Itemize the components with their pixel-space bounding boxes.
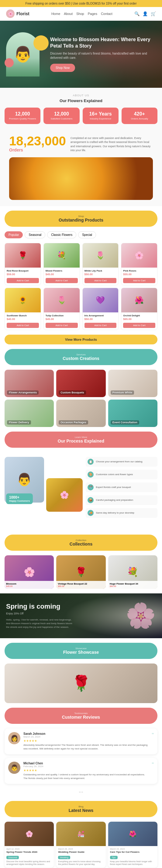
spring-section: 🌸 Spring is coming Enjoy 20% Off Hello, …	[0, 593, 162, 638]
hero-decoration-circle-yellow	[33, 35, 49, 51]
hero-person: 👨	[6, 32, 46, 76]
filter-tab-popular[interactable]: Popular	[5, 231, 23, 238]
navbar-icons: 🔍 👤 🛒	[134, 11, 156, 16]
custom-creations-label: Services	[9, 353, 153, 356]
product-price-4: $40.00	[7, 317, 39, 321]
category-label-1: Custom Bouquets	[59, 391, 86, 395]
reviewer-name-1: Michael Chen	[24, 762, 149, 765]
reviewer-date-1: February 28, 2024	[24, 765, 149, 768]
product-info-1: Mixed Flowers $45.00 Add to Cart	[44, 268, 80, 285]
add-to-cart-5[interactable]: Add to Cart	[46, 323, 78, 328]
category-bg-2: Premium White	[108, 370, 157, 397]
news-card-2[interactable]: 🌺 March 15, 2024 Care Tips for Cut Flowe…	[108, 822, 157, 868]
step-icon-4: 🚚	[87, 510, 94, 516]
spring-subtitle: Enjoy 20% Off	[6, 612, 156, 615]
collection-card-2[interactable]: 💐 Huge Flower Bouquet 34 $80.00	[108, 555, 157, 589]
filter-tab-seasonal[interactable]: Seasonal	[25, 231, 45, 238]
reviewer-info-0: Sarah Johnson March 15, 2024 ★★★★★ Absol…	[24, 732, 149, 751]
user-icon[interactable]: 👤	[143, 11, 148, 16]
product-price-0: $59.00	[7, 273, 39, 276]
news-image-0: 🌸	[5, 822, 54, 846]
add-to-cart-6[interactable]: Add to Cart	[84, 323, 117, 328]
collection-card-label-2: Huge Flower Bouquet 34 $80.00	[108, 581, 157, 589]
product-info-7: Orchid Delight $65.00 Add to Cart	[121, 312, 157, 330]
step-text-1: Customize colors and flower types	[96, 473, 133, 476]
news-excerpt-0: Discover the most beautiful spring bloom…	[6, 860, 52, 866]
category-flower-arrangements[interactable]: Flower Arrangements	[5, 370, 54, 397]
add-to-cart-3[interactable]: Add to Cart	[123, 278, 155, 283]
add-to-cart-7[interactable]: Add to Cart	[123, 323, 155, 328]
nav-home[interactable]: Home	[51, 12, 60, 16]
outstanding-banner: Shop Outstanding Products	[5, 211, 157, 227]
category-event-consultation[interactable]: Event Consultation	[108, 400, 157, 427]
category-bg-0: Flower Arrangements	[5, 370, 54, 397]
news-card-1[interactable]: 💒 March 28, 2024 Wedding Flower Guide We…	[56, 822, 106, 868]
logo[interactable]: 🌸 Florist	[6, 9, 30, 18]
product-name-2: White Lily Pack	[84, 270, 117, 272]
filter-tabs: Popular Seasonal Classic Flowers Special	[5, 231, 157, 238]
add-to-cart-4[interactable]: Add to Cart	[7, 323, 39, 328]
process-step-3: 📦 Careful packaging and preparation	[86, 495, 158, 505]
category-label-0: Flower Arrangements	[7, 391, 39, 395]
category-premium-white[interactable]: Premium White	[108, 370, 157, 397]
add-to-cart-2[interactable]: Add to Cart	[84, 278, 117, 283]
product-info-0: Red Rose Bouquet $59.00 Add to Cart	[5, 268, 41, 285]
category-occasion-packages[interactable]: Occasion Packages	[56, 400, 106, 427]
category-custom-bouquets[interactable]: Custom Bouquets	[56, 370, 106, 397]
category-bg-1: Custom Bouquets	[56, 370, 106, 397]
flower-feature-image	[9, 157, 153, 200]
news-content-1: March 28, 2024 Wedding Flower Guide Wedd…	[56, 846, 106, 868]
product-image-6: 💜	[83, 288, 119, 312]
stat-number-0: 12,000	[7, 111, 38, 117]
cart-icon[interactable]: 🛒	[151, 11, 156, 16]
filter-tab-special[interactable]: Special	[78, 231, 96, 238]
stat-label-3: Orders Annually	[124, 117, 155, 120]
big-number: 18,23,000 Orders	[9, 135, 66, 152]
news-date-1: March 28, 2024	[58, 848, 104, 850]
process-step-1: 🎨 Customize colors and flower types	[86, 470, 158, 479]
add-to-cart-1[interactable]: Add to Cart	[46, 278, 78, 283]
nav-about[interactable]: About	[64, 12, 73, 16]
category-label-4: Occasion Packages	[59, 420, 88, 425]
news-image-1: 💒	[56, 822, 106, 846]
process-secondary-image: 🌸	[46, 478, 83, 512]
collection-card-1[interactable]: 🌹 Vintage Rose Bouquet 22 $60.00	[56, 555, 106, 589]
spring-title: Spring is coming	[6, 602, 156, 611]
news-tag-1: Wedding	[58, 856, 70, 859]
product-info-5: Tulip Collection $45.00 Add to Cart	[44, 312, 80, 330]
stats-label: About Us	[5, 94, 157, 97]
review-text-1: Outstanding service and quality. I order…	[24, 773, 149, 780]
search-icon[interactable]: 🔍	[134, 11, 139, 16]
process-banner-title: Our Process Explained	[9, 439, 153, 443]
nav-shop[interactable]: Shop	[76, 12, 84, 16]
showcase-banner: Showcase Flower Showcase	[5, 643, 157, 659]
view-more-button[interactable]: View More Products	[5, 335, 157, 344]
add-to-cart-0[interactable]: Add to Cart	[7, 278, 39, 283]
review-pagination: • • •	[5, 790, 157, 793]
process-step-0: 📋 Choose your arrangement from our catal…	[86, 457, 158, 467]
review-card-1: 👨 Michael Chen February 28, 2024 ★★★★★ O…	[5, 758, 157, 784]
product-price-6: $50.00	[84, 317, 117, 321]
news-title-1: Wedding Flower Guide	[58, 850, 104, 854]
logo-icon: 🌸	[6, 9, 14, 18]
product-image-2: 🌷	[83, 243, 119, 268]
hero-cta-button[interactable]: Shop Now	[50, 64, 75, 72]
category-flower-delivery[interactable]: Flower Delivery	[5, 400, 54, 427]
news-card-0[interactable]: 🌸 April 12, 2024 Spring Flower Trends 20…	[5, 822, 54, 868]
collection-card-0[interactable]: 🌸 Blossom $45.00	[5, 555, 54, 589]
reviews-title: Customer Reviews	[9, 715, 153, 720]
news-excerpt-1: Everything you need to know about choosi…	[58, 860, 104, 866]
nav-contact[interactable]: Contact	[101, 12, 113, 16]
product-image-4: 🌻	[5, 288, 41, 312]
product-image-7: 🌺	[121, 288, 157, 312]
category-label-3: Flower Delivery	[7, 420, 31, 425]
product-image-0: 🌹	[5, 243, 41, 268]
nav-pages[interactable]: Pages	[88, 12, 97, 16]
product-card-4: 🌻 Sunflower Bunch $40.00 Add to Cart	[5, 288, 41, 330]
process-step-2: ✂️ Expert florists craft your bouquet	[86, 483, 158, 492]
filter-tab-classic[interactable]: Classic Flowers	[47, 231, 76, 238]
collection-label: Collection	[9, 539, 153, 541]
products-section: Popular Seasonal Classic Flowers Special…	[0, 231, 162, 344]
product-name-6: Iris Arrangement	[84, 314, 117, 317]
hero-description: Discover the beauty of nature's finest b…	[50, 52, 156, 60]
